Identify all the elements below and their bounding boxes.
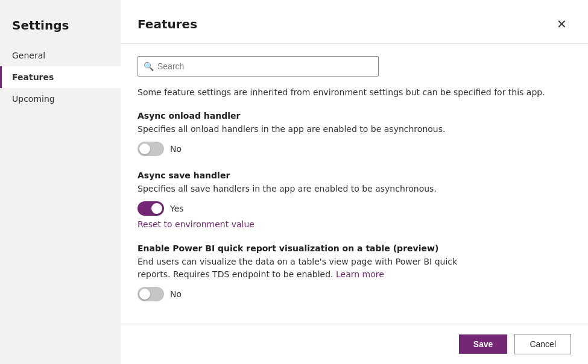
footer: Save Cancel [121,324,588,364]
toggle-knob-async-save [151,203,162,214]
toggle-knob-async-onload [139,143,150,154]
feature-title-power-bi: Enable Power BI quick report visualizati… [138,243,571,253]
learn-more-link[interactable]: Learn more [336,269,384,279]
main-header: Features ✕ [121,0,588,44]
main-body: 🔍 Some feature settings are inherited fr… [121,44,588,324]
toggle-async-save[interactable] [138,201,164,216]
main-title: Features [138,17,197,31]
toggle-label-async-save: Yes [170,204,184,213]
feature-async-onload: Async onload handler Specifies all onloa… [138,111,571,156]
feature-power-bi: Enable Power BI quick report visualizati… [138,243,571,301]
cancel-button[interactable]: Cancel [514,334,571,354]
sidebar-item-upcoming[interactable]: Upcoming [0,88,121,110]
toggle-label-async-onload: No [170,144,182,154]
reset-link-async-save[interactable]: Reset to environment value [138,219,571,229]
main-panel: Features ✕ 🔍 Some feature settings are i… [121,0,588,364]
toggle-knob-power-bi [139,289,150,300]
info-text: Some feature settings are inherited from… [138,86,571,99]
toggle-row-async-save: Yes [138,201,571,216]
toggle-row-async-onload: No [138,142,571,156]
search-icon: 🔍 [144,61,154,71]
toggle-async-onload[interactable] [138,142,164,156]
feature-async-save: Async save handler Specifies all save ha… [138,171,571,229]
sidebar-item-general[interactable]: General [0,45,121,66]
feature-title-async-save: Async save handler [138,171,571,180]
sidebar-item-features[interactable]: Features [0,66,121,88]
feature-title-async-onload: Async onload handler [138,111,571,121]
feature-desc-async-save: Specifies all save handlers in the app a… [138,183,487,195]
search-wrapper: 🔍 [138,56,571,77]
feature-desc-async-onload: Specifies all onload handlers in the app… [138,123,487,136]
close-button[interactable]: ✕ [552,14,571,34]
sidebar-title: Settings [0,12,121,45]
toggle-power-bi[interactable] [138,287,164,301]
search-input[interactable] [138,56,379,77]
settings-dialog: Settings General Features Upcoming Featu… [0,0,588,364]
sidebar: Settings General Features Upcoming [0,0,121,364]
feature-desc-power-bi: End users can visualize the data on a ta… [138,256,487,281]
toggle-label-power-bi: No [170,289,182,299]
save-button[interactable]: Save [459,334,508,354]
toggle-row-power-bi: No [138,287,571,301]
